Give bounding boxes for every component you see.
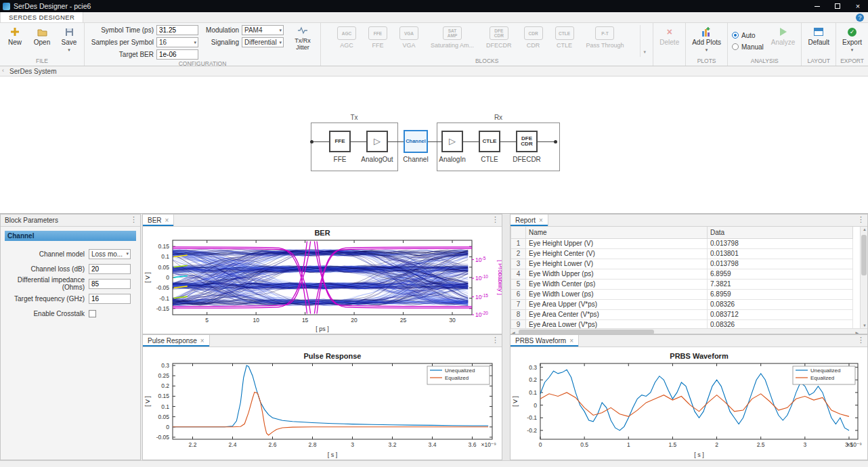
maximize-button[interactable]: [827, 0, 848, 12]
block-type-icon: DFE CDR: [490, 26, 508, 40]
add-plots-button[interactable]: Add Plots ▾: [690, 25, 723, 57]
delete-button[interactable]: × Delete: [657, 25, 681, 64]
svg-text:[ V ]: [ V ]: [512, 396, 519, 407]
block-gallery-item-ctle[interactable]: CTLECTLE: [555, 26, 574, 49]
svg-text:0: 0: [539, 441, 542, 448]
table-row[interactable]: 1Eye Height Upper (V)0.013798: [511, 238, 853, 248]
block-gallery-item-dfecdr[interactable]: DFE CDRDFECDR: [486, 26, 512, 49]
svg-text:20: 20: [351, 317, 357, 324]
ber-eye-diagram[interactable]: 51015202530-0.15-0.1-0.0500.050.10.15BER…: [143, 227, 502, 334]
layout-grid-icon: [813, 26, 824, 37]
enable-crosstalk-checkbox[interactable]: [89, 310, 96, 317]
block-gallery-item-vga[interactable]: VGAVGA: [399, 26, 418, 49]
output-port-dot: [554, 140, 557, 143]
block-analogin[interactable]: ▷: [441, 131, 463, 152]
export-button[interactable]: ✓ Export ▾: [840, 25, 864, 57]
table-row[interactable]: 4Eye Width Upper (ps)6.8959: [511, 269, 853, 279]
tab-pulse-response[interactable]: Pulse Response ×: [143, 335, 210, 347]
splitter[interactable]: [502, 214, 510, 460]
svg-text:Unequalized: Unequalized: [445, 368, 475, 374]
parameter-row: Enable Crosstalk: [5, 306, 136, 321]
parameter-input-1[interactable]: [89, 264, 131, 274]
modulation-select[interactable]: PAM4 ▾: [242, 25, 284, 35]
jitter-icon: [297, 26, 308, 36]
tab-close-icon[interactable]: ×: [569, 337, 573, 344]
block-gallery-item-label: CTLE: [557, 42, 572, 49]
manual-radio[interactable]: Manual: [732, 43, 764, 51]
block-dfecdr[interactable]: DFE CDR: [516, 131, 538, 152]
parameter-input-3[interactable]: [89, 294, 131, 304]
block-gallery-item-cdr[interactable]: CDRCDR: [524, 26, 543, 49]
minimize-button[interactable]: [807, 0, 827, 12]
tx-rx-jitter-button[interactable]: Tx/Rx Jitter: [289, 25, 316, 60]
table-row[interactable]: 8Eye Area Center (V*ps)0.083712: [511, 309, 853, 319]
open-button[interactable]: Open: [31, 25, 53, 57]
table-row[interactable]: 6Eye Width Lower (ps)6.8959: [511, 289, 853, 299]
target-ber-input[interactable]: [156, 49, 198, 60]
report-col-name[interactable]: Name: [526, 227, 708, 238]
block-type-icon: CDR: [524, 26, 543, 40]
panel-menu-icon[interactable]: ⋮: [857, 215, 865, 224]
panel-menu-icon[interactable]: ⋮: [857, 336, 865, 344]
block-channel-selected[interactable]: Channel: [404, 130, 428, 153]
svg-text:1: 1: [627, 441, 630, 448]
file-section-label: FILE: [4, 57, 80, 65]
tab-ber[interactable]: BER ×: [143, 215, 174, 226]
serdes-system-canvas[interactable]: Tx Rx FFE ▷ Channel ▷ CTLE DFE CDR FFE A…: [0, 76, 868, 213]
svg-text:3.6: 3.6: [469, 441, 477, 448]
tab-close-icon[interactable]: ×: [539, 217, 543, 224]
svg-text:2.5: 2.5: [757, 441, 765, 448]
analyze-button[interactable]: Analyze: [769, 25, 798, 57]
parameter-row: Channel loss (dB): [5, 261, 136, 276]
tab-report[interactable]: Report ×: [511, 215, 548, 226]
svg-text:30: 30: [449, 317, 456, 324]
vertical-scrollbar[interactable]: ▲▼: [860, 227, 867, 328]
parameter-select-0[interactable]: Loss mo...▾: [89, 249, 131, 259]
tab-serdes-designer[interactable]: SERDES DESIGNER: [0, 12, 83, 22]
help-icon[interactable]: ?: [856, 14, 864, 22]
row-number: 3: [511, 259, 526, 269]
save-button[interactable]: Save ▾: [58, 25, 80, 57]
block-gallery-item-agc[interactable]: AGCAGC: [337, 26, 356, 49]
prbs-waveform-panel: PRBS Waveform × ⋮ 00.511.522.533.5-0.2-0…: [510, 334, 868, 460]
pulse-response-panel: Pulse Response × ⋮ 2.22.42.62.833.23.43.…: [142, 334, 502, 460]
prbs-waveform-chart[interactable]: 00.511.522.533.5-0.2-0.100.10.20.3PRBS W…: [511, 347, 867, 460]
tab-close-icon[interactable]: ×: [200, 337, 204, 344]
table-row[interactable]: 3Eye Height Lower (V)0.013798: [511, 259, 853, 269]
svg-text:×10⁻⁹: ×10⁻⁹: [481, 441, 496, 448]
panel-menu-icon[interactable]: ⋮: [492, 336, 499, 344]
block-gallery-item-saturating-am[interactable]: SAT AMPSaturating Am...: [431, 26, 474, 49]
collapse-icon[interactable]: ‹: [2, 67, 4, 74]
pulse-response-chart[interactable]: 2.22.42.62.833.23.43.6-0.0500.050.10.150…: [143, 347, 502, 460]
report-col-data[interactable]: Data: [708, 227, 853, 238]
block-ctle[interactable]: CTLE: [479, 131, 500, 152]
table-row[interactable]: 2Eye Height Center (V)0.013801: [511, 248, 853, 259]
auto-radio[interactable]: Auto: [732, 32, 764, 39]
symbol-time-input[interactable]: [156, 25, 198, 35]
close-button[interactable]: ×: [848, 0, 868, 12]
block-gallery-item-label: Pass Through: [586, 42, 624, 49]
block-gallery-item-label: DFECDR: [486, 42, 512, 49]
new-button[interactable]: New: [4, 25, 26, 57]
block-gallery-item-ffe[interactable]: FFEFFE: [368, 26, 387, 49]
parameter-input-2[interactable]: [89, 279, 131, 289]
table-row[interactable]: 7Eye Area Upper (V*ps)0.08326: [511, 299, 853, 309]
signaling-select[interactable]: Differential ▾: [242, 37, 284, 47]
tab-prbs-waveform[interactable]: PRBS Waveform ×: [511, 335, 579, 347]
metric-value-cell: 6.8959: [708, 289, 853, 299]
gallery-expand-button[interactable]: ▾: [640, 25, 649, 57]
table-row[interactable]: 5Eye Width Center (ps)7.3821: [511, 279, 853, 289]
layout-section: Default LAYOUT: [802, 23, 836, 66]
svg-text:0.1: 0.1: [161, 403, 169, 410]
panel-menu-icon[interactable]: ⋮: [130, 215, 137, 224]
serdes-system-title: SerDes System: [9, 68, 56, 75]
block-gallery-item-pass-through[interactable]: P-TPass Through: [586, 26, 624, 49]
tab-close-icon[interactable]: ×: [165, 217, 169, 224]
default-layout-button[interactable]: Default: [806, 25, 831, 57]
block-analogout[interactable]: ▷: [366, 131, 388, 152]
block-ffe[interactable]: FFE: [329, 131, 351, 152]
panel-menu-icon[interactable]: ⋮: [492, 215, 499, 224]
parameter-row: Target frequency (GHz): [5, 291, 136, 306]
horizontal-scrollbar[interactable]: ◀▶: [511, 328, 867, 334]
samples-per-symbol-select[interactable]: 16 ▾: [156, 37, 198, 47]
